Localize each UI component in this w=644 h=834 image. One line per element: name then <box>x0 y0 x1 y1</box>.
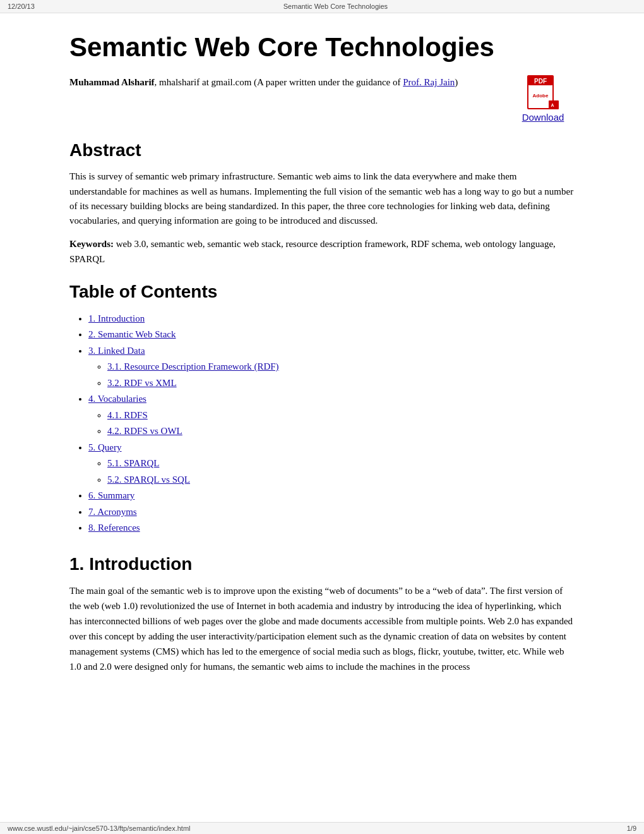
toc-link-intro[interactable]: 1. Introduction <box>88 313 145 323</box>
download-area: PDF Adobe A Download <box>511 75 575 123</box>
toc-link-references[interactable]: 8. References <box>88 523 140 533</box>
prof-link[interactable]: Prof. Raj Jain <box>403 77 455 87</box>
toc-link-rdf[interactable]: 3.1. Resource Description Framework (RDF… <box>107 361 279 372</box>
toc-link-sparqlsql[interactable]: 5.2. SPARQL vs SQL <box>107 474 190 485</box>
list-item: 4.2. RDFS vs OWL <box>107 423 575 440</box>
toc-sublist-vocab: 4.1. RDFS 4.2. RDFS vs OWL <box>88 408 575 440</box>
toc-link-summary[interactable]: 6. Summary <box>88 490 134 500</box>
page-title: Semantic Web Core Technologies <box>69 32 575 63</box>
toc-list: 1. Introduction 2. Semantic Web Stack 3.… <box>69 311 575 536</box>
browser-date: 12/20/13 <box>8 3 35 10</box>
list-item: 4.1. RDFS <box>107 408 575 424</box>
toc-link-rdfxml[interactable]: 3.2. RDF vs XML <box>107 378 177 388</box>
intro-body: The main goal of the semantic web is to … <box>69 583 575 674</box>
toc-link-acronyms[interactable]: 7. Acronyms <box>88 507 137 517</box>
list-item: 6. Summary <box>88 488 575 504</box>
toc-sublist: 3.1. Resource Description Framework (RDF… <box>88 359 575 391</box>
svg-text:PDF: PDF <box>534 78 547 85</box>
list-item: 5.1. SPARQL <box>107 456 575 472</box>
svg-text:A: A <box>551 103 554 107</box>
author-text: Muhammad Alsharif, mhalsharif at gmail.c… <box>69 75 458 90</box>
list-item: 3.1. Resource Description Framework (RDF… <box>107 359 575 375</box>
toc-link-rdfs[interactable]: 4.1. RDFS <box>107 410 148 420</box>
svg-text:Adobe: Adobe <box>533 93 549 99</box>
keywords-line: Keywords: web 3.0, semantic web, semanti… <box>69 237 575 267</box>
list-item: 2. Semantic Web Stack <box>88 327 575 343</box>
toc-heading: Table of Contents <box>69 282 575 302</box>
page-container: Semantic Web Core Technologies Muhammad … <box>51 13 593 712</box>
author-detail: , mhalsharif at gmail.com (A paper writt… <box>155 77 403 87</box>
keywords-label: Keywords: <box>69 239 114 249</box>
toc-link-vocab[interactable]: 4. Vocabularies <box>88 394 146 404</box>
browser-title: Semantic Web Core Technologies <box>283 3 388 10</box>
author-section: Muhammad Alsharif, mhalsharif at gmail.c… <box>69 75 575 123</box>
list-item: 3.2. RDF vs XML <box>107 375 575 392</box>
list-item: 5. Query 5.1. SPARQL 5.2. SPARQL vs SQL <box>88 440 575 488</box>
list-item: 7. Acronyms <box>88 504 575 521</box>
toc-link-query[interactable]: 5. Query <box>88 442 122 452</box>
list-item: 4. Vocabularies 4.1. RDFS 4.2. RDFS vs O… <box>88 391 575 440</box>
toc-link-sparql[interactable]: 5.1. SPARQL <box>107 458 159 468</box>
toc-link-linked[interactable]: 3. Linked Data <box>88 346 145 356</box>
keywords-text: web 3.0, semantic web, semantic web stac… <box>69 239 556 263</box>
download-button[interactable]: Download <box>522 112 564 123</box>
abstract-heading: Abstract <box>69 140 575 160</box>
list-item: 8. References <box>88 520 575 536</box>
intro-heading: 1. Introduction <box>69 554 575 574</box>
list-item: 1. Introduction <box>88 311 575 327</box>
list-item: 3. Linked Data 3.1. Resource Description… <box>88 343 575 392</box>
abstract-body: This is survey of semantic web primary i… <box>69 169 575 228</box>
author-end: ) <box>455 77 458 87</box>
pdf-icon: PDF Adobe A <box>527 75 559 109</box>
toc-section: Table of Contents 1. Introduction 2. Sem… <box>69 282 575 536</box>
list-item: 5.2. SPARQL vs SQL <box>107 472 575 488</box>
toc-sublist-query: 5.1. SPARQL 5.2. SPARQL vs SQL <box>88 456 575 488</box>
intro-section: 1. Introduction The main goal of the sem… <box>69 554 575 674</box>
abstract-section: Abstract This is survey of semantic web … <box>69 140 575 267</box>
toc-link-stack[interactable]: 2. Semantic Web Stack <box>88 329 176 339</box>
browser-bar: 12/20/13 Semantic Web Core Technologies <box>0 0 644 13</box>
toc-link-rdfsowl[interactable]: 4.2. RDFS vs OWL <box>107 426 182 436</box>
author-name: Muhammad Alsharif <box>69 77 155 87</box>
